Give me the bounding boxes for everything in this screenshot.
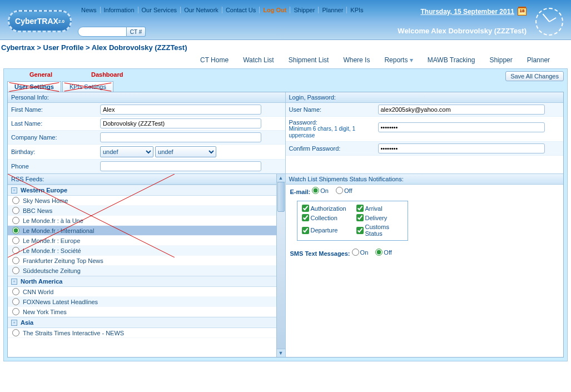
notif-check-delivery[interactable]: Delivery (356, 214, 403, 221)
rss-item-radio[interactable] (12, 207, 19, 214)
rss-group-header[interactable]: ▫Western Europe (8, 185, 276, 196)
welcome-text: Welcome Alex Dobrovolsky (ZZZTest) (398, 27, 527, 35)
rss-item-label: New York Times (23, 309, 67, 315)
rss-item-radio[interactable] (12, 308, 19, 315)
birthday-month-select[interactable]: undef (100, 146, 153, 157)
nav2-ct-home[interactable]: CT Home (200, 56, 229, 64)
topnav-information[interactable]: Information (101, 7, 138, 13)
topnav-log-out[interactable]: Log Out (260, 7, 290, 13)
first-name-input[interactable] (100, 105, 261, 115)
rss-group-header[interactable]: ▫Asia (8, 317, 276, 328)
nav2-mawb-tracking[interactable]: MAWB Tracking (428, 56, 475, 64)
top-split: Personal Info: First Name: Last Name: Co… (8, 92, 563, 173)
tab-kpis-settings[interactable]: KPIs Settings (62, 81, 113, 92)
tab-user-settings[interactable]: User Settings (7, 81, 61, 92)
scrollbar-thumb[interactable] (277, 182, 285, 212)
phone-input[interactable] (100, 161, 261, 171)
header-date[interactable]: Thursday, 15 September 2011 18 (420, 8, 527, 16)
section-header: Login, Password: (286, 92, 564, 103)
rss-item-radio[interactable] (12, 237, 19, 244)
login-section: Login, Password: User Name: Password: Mi… (286, 92, 564, 173)
rss-item[interactable]: Le Monde.fr : à la Une (8, 216, 276, 226)
nav2-shipment-list[interactable]: Shipment List (289, 56, 329, 64)
rss-item[interactable]: Sky News Home (8, 196, 276, 206)
rss-item-radio[interactable] (12, 288, 19, 295)
rss-item[interactable]: Frankfurter Zeitung Top News (8, 256, 276, 266)
rss-item-radio[interactable] (12, 257, 19, 264)
first-name-label: First Name: (8, 104, 97, 115)
password-input[interactable] (378, 122, 545, 132)
topnav-shipper[interactable]: Shipper (290, 7, 319, 13)
rss-item-radio[interactable] (12, 298, 19, 305)
rss-item-label: CNN World (23, 289, 53, 295)
topnav-planner[interactable]: Planner (319, 7, 347, 13)
rss-item[interactable]: The Straits Times Interactive - NEWS (8, 328, 276, 338)
sms-on-radio[interactable]: On (352, 249, 369, 256)
rss-item[interactable]: Süddeutsche Zeitung (8, 266, 276, 276)
email-notif-row: E-mail: On Off (286, 185, 564, 197)
rss-item[interactable]: Le Monde.fr : Société (8, 246, 276, 256)
ct-search: CT # (78, 27, 146, 37)
sms-off-radio[interactable]: Off (375, 249, 391, 256)
rss-item-radio[interactable] (12, 197, 19, 204)
rss-item-label: BBC News (23, 207, 52, 214)
notif-check-collection[interactable]: Collection (302, 214, 349, 221)
rss-item-label: Süddeutsche Zeitung (23, 267, 81, 274)
nav2-where-is[interactable]: Where Is (343, 56, 370, 64)
rss-item-label: The Straits Times Interactive - NEWS (23, 330, 124, 336)
topnav-news[interactable]: News (78, 7, 101, 13)
rss-item[interactable]: BBC News (8, 206, 276, 216)
rss-item-radio[interactable] (12, 227, 19, 234)
rss-item[interactable]: New York Times (8, 307, 276, 317)
password-label: Password: (289, 119, 371, 126)
nav2-planner[interactable]: Planner (527, 56, 550, 64)
company-name-input[interactable] (100, 132, 261, 142)
topnav-kpis[interactable]: KPIs (347, 7, 366, 13)
app-header: CyberTRAX2.0 NewsInformationOur Services… (0, 0, 571, 40)
rss-item-radio[interactable] (12, 267, 19, 274)
notif-check-authorization[interactable]: Authorization (302, 205, 349, 212)
rss-scrollbar[interactable] (276, 174, 285, 357)
email-on-radio[interactable]: On (312, 187, 329, 194)
last-name-input[interactable] (100, 118, 261, 128)
confirm-password-input[interactable] (378, 143, 545, 153)
notif-check-customs-status[interactable]: Customs Status (356, 224, 403, 237)
strike-annotation (8, 82, 61, 92)
rss-item[interactable]: Le Monde.fr : International (8, 226, 276, 236)
save-all-button[interactable]: Save All Changes (505, 71, 564, 81)
birthday-day-select[interactable]: undef (155, 146, 216, 157)
breadcrumb: Cybertrax > User Profile > Alex Dobrovol… (1, 43, 187, 52)
email-off-radio[interactable]: Off (336, 187, 352, 194)
nav2-watch-list[interactable]: Watch List (243, 56, 274, 64)
sms-notif-row: SMS Text Messages: On Off (286, 246, 564, 259)
collapse-icon: ▫ (11, 279, 17, 285)
topnav-our-network[interactable]: Our Network (181, 7, 222, 13)
notifications-section: Watch List Shipments Status Notification… (286, 174, 564, 357)
company-name-label: Company Name: (8, 132, 97, 143)
notif-check-arrival[interactable]: Arrival (356, 205, 403, 212)
rss-item-label: Sky News Home (23, 197, 68, 204)
rss-item-label: Le Monde.fr : à la Une (23, 217, 83, 224)
rss-item[interactable]: CNN World (8, 287, 276, 297)
ct-search-button[interactable]: CT # (127, 27, 146, 37)
calendar-icon: 18 (518, 8, 527, 16)
rss-item-radio[interactable] (12, 329, 19, 336)
username-input[interactable] (378, 105, 545, 115)
rss-item[interactable]: Le Monde.fr : Europe (8, 236, 276, 246)
rss-item-radio[interactable] (12, 217, 19, 224)
notif-check-departure[interactable]: Departure (302, 224, 349, 237)
rss-group-header[interactable]: ▫North America (8, 276, 276, 287)
collapse-icon: ▫ (11, 187, 17, 193)
ct-search-input[interactable] (78, 27, 127, 37)
confirm-password-label: Confirm Password: (286, 143, 375, 154)
rss-item[interactable]: FOXNews Latest Headlines (8, 297, 276, 307)
notification-checks: AuthorizationArrivalCollectionDeliveryDe… (297, 201, 408, 241)
rss-item-label: FOXNews Latest Headlines (23, 299, 98, 305)
nav2-reports[interactable]: Reports (384, 56, 413, 64)
topnav-contact-us[interactable]: Contact Us (222, 7, 260, 13)
rss-item-radio[interactable] (12, 247, 19, 254)
rss-section: RSS Feeds: ▫Western EuropeSky News HomeB… (8, 174, 286, 357)
birthday-label: Birthday: (8, 146, 97, 157)
topnav-our-services[interactable]: Our Services (138, 7, 181, 13)
nav2-shipper[interactable]: Shipper (489, 56, 512, 64)
